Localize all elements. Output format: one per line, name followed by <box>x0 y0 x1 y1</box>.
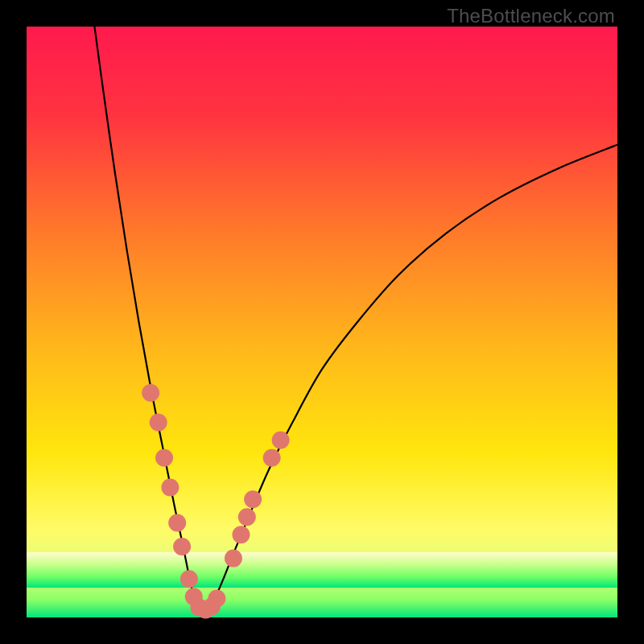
data-dot <box>168 514 186 532</box>
data-dot <box>173 538 191 555</box>
data-dot <box>272 431 290 449</box>
data-dot <box>155 449 173 467</box>
data-dot <box>263 449 281 467</box>
data-dot <box>238 508 256 526</box>
curve-layer <box>27 27 617 617</box>
chart-frame: TheBottleneck.com <box>0 0 644 644</box>
data-dot <box>150 414 167 431</box>
series-right-curve <box>210 145 617 609</box>
data-dot <box>208 590 225 608</box>
watermark-text: TheBottleneck.com <box>447 5 615 27</box>
data-dot <box>161 479 179 497</box>
data-dot <box>244 490 262 508</box>
data-dot <box>232 526 250 543</box>
data-dot <box>225 550 242 568</box>
data-dot <box>180 570 198 588</box>
data-dot <box>142 384 159 402</box>
